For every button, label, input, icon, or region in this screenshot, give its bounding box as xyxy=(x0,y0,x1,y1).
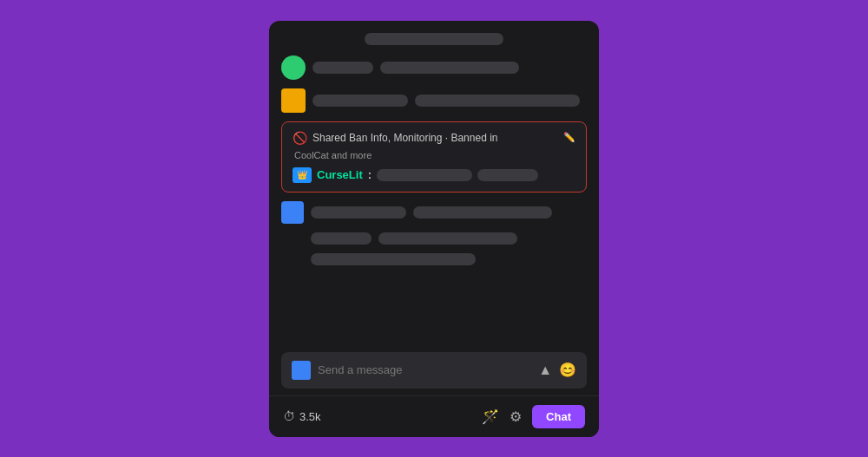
post-ban-row-3 xyxy=(281,253,587,265)
username[interactable]: CurseLit xyxy=(317,168,363,181)
message-row-2 xyxy=(281,88,587,113)
username-colon: : xyxy=(368,168,372,181)
post-ban-row-2 xyxy=(281,232,587,245)
emoji-icon[interactable]: 😊 xyxy=(559,362,576,378)
input-placeholder[interactable]: Send a message xyxy=(318,363,531,376)
bubble-2a xyxy=(312,95,408,107)
ban-card-header: 🚫 Shared Ban Info, Monitoring · Banned i… xyxy=(293,131,575,145)
ban-subtitle: CoolCat and more xyxy=(293,150,575,160)
bottom-bar: ⏱ 3.5k 🪄 ⚙ Chat xyxy=(269,395,599,437)
ban-icon: 🚫 xyxy=(293,131,307,145)
message-row-1 xyxy=(281,55,587,80)
pb-bubble-1a xyxy=(311,206,406,219)
clock-icon: ⏱ xyxy=(283,409,295,423)
ban-user-row: 👑 CurseLit : xyxy=(293,167,575,183)
settings-icon[interactable]: ⚙ xyxy=(510,408,522,425)
top-bubble xyxy=(365,33,503,45)
ban-card: 🚫 Shared Ban Info, Monitoring · Banned i… xyxy=(281,121,587,193)
chat-area: 🚫 Shared Ban Info, Monitoring · Banned i… xyxy=(269,21,599,352)
crown-icon: 👑 xyxy=(297,170,307,180)
bottom-icons: 🪄 ⚙ Chat xyxy=(482,405,585,428)
pb-bubble-3a xyxy=(311,253,476,265)
viewer-count-number: 3.5k xyxy=(299,410,321,423)
message-input-bar: Send a message ▲ 😊 xyxy=(281,352,587,388)
edit-icon[interactable]: ✏️ xyxy=(563,132,575,143)
viewer-count: ⏱ 3.5k xyxy=(283,409,321,423)
ban-title: Shared Ban Info, Monitoring · Banned in xyxy=(312,132,558,144)
post-ban-row-1 xyxy=(281,201,587,224)
crown-badge: 👑 xyxy=(293,167,312,183)
bubble-2b xyxy=(415,95,580,107)
avatar-teal xyxy=(281,55,306,80)
wand-icon[interactable]: 🪄 xyxy=(482,408,499,425)
after-user-bubble1 xyxy=(377,169,472,181)
app-window: 🚫 Shared Ban Info, Monitoring · Banned i… xyxy=(269,21,599,437)
bubble-1b xyxy=(380,62,519,74)
pb-bubble-2a xyxy=(311,232,372,245)
blue-square-avatar xyxy=(281,201,304,224)
bubble-1a xyxy=(312,62,373,74)
chat-button[interactable]: Chat xyxy=(532,405,585,428)
pb-bubble-1b xyxy=(413,206,552,219)
avatar-orange xyxy=(281,88,306,113)
pb-bubble-2b xyxy=(378,232,517,245)
input-user-avatar xyxy=(292,361,311,380)
after-user-bubble2 xyxy=(477,169,538,181)
top-bubble-row xyxy=(281,33,587,45)
send-icon[interactable]: ▲ xyxy=(538,362,552,378)
